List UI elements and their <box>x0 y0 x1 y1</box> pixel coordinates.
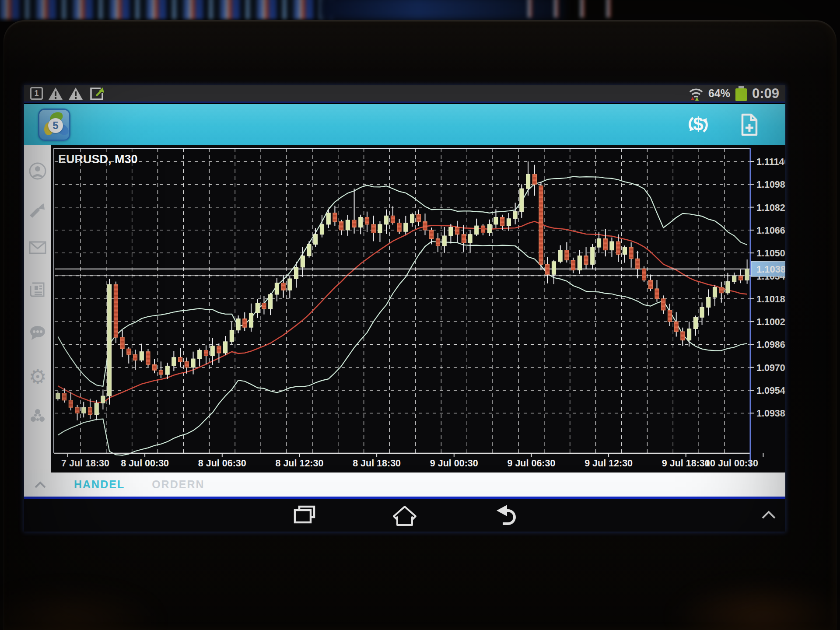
recent-apps-icon <box>291 503 318 528</box>
svg-text:8 Jul 18:30: 8 Jul 18:30 <box>353 458 401 469</box>
sidebar-item-community[interactable] <box>28 406 47 426</box>
svg-text:1.10180: 1.10180 <box>756 294 785 304</box>
background-monitor <box>0 0 840 22</box>
new-order-button[interactable] <box>736 112 762 137</box>
trend-arrow-icon <box>28 201 47 220</box>
candlestick-chart[interactable]: 1.111401.109801.108201.106601.105001.103… <box>51 145 785 472</box>
sidebar-item-quotes[interactable] <box>28 201 47 220</box>
battery-icon <box>735 86 748 102</box>
reflection <box>0 586 161 630</box>
svg-text:1.09380: 1.09380 <box>756 408 785 419</box>
svg-text:10 Jul 00:30: 10 Jul 00:30 <box>705 458 758 469</box>
svg-text:9 Jul 06:30: 9 Jul 06:30 <box>507 458 555 469</box>
new-order-icon <box>737 112 761 137</box>
svg-text:1.10020: 1.10020 <box>756 317 785 327</box>
svg-text:9 Jul 00:30: 9 Jul 00:30 <box>430 458 478 469</box>
main-content: ⚙ 1.111401.109801.1082 <box>24 145 785 472</box>
back-icon <box>492 503 518 528</box>
home-button[interactable] <box>391 503 419 528</box>
newspaper-icon <box>28 280 47 299</box>
tablet-device: SAMSUNG 1 <box>4 20 836 630</box>
svg-text:8 Jul 00:30: 8 Jul 00:30 <box>121 458 169 469</box>
chat-bubble-icon <box>28 323 47 343</box>
svg-text:1.09540: 1.09540 <box>756 385 785 396</box>
tab-handel[interactable]: HANDEL <box>74 478 125 491</box>
svg-text:9 Jul 18:30: 9 Jul 18:30 <box>662 458 710 469</box>
battery-percent: 64% <box>708 87 730 100</box>
svg-text:1.09700: 1.09700 <box>756 363 785 373</box>
chart-area[interactable]: 1.111401.109801.108201.106601.105001.103… <box>51 145 785 472</box>
sidebar-item-settings[interactable]: ⚙ <box>28 367 47 386</box>
gear-icon: ⚙ <box>28 367 46 386</box>
svg-text:7 Jul 18:30: 7 Jul 18:30 <box>61 458 109 469</box>
person-circle-icon <box>28 161 47 181</box>
logo-number: 5 <box>48 118 63 133</box>
photo-background: SAMSUNG 1 <box>0 0 840 630</box>
svg-text:1.10500: 1.10500 <box>756 248 785 259</box>
background-icon-blur <box>516 0 630 18</box>
svg-text:EURUSD, M30: EURUSD, M30 <box>58 153 138 166</box>
reflection <box>670 582 840 630</box>
tablet-screen: 1 <box>24 85 785 532</box>
recent-apps-button[interactable] <box>290 503 318 528</box>
status-bar: 1 <box>24 85 785 103</box>
expand-chevron-icon[interactable] <box>760 509 777 521</box>
sidebar-item-mail[interactable] <box>28 238 47 257</box>
background-taskbar-blur <box>0 0 332 19</box>
svg-text:8 Jul 06:30: 8 Jul 06:30 <box>198 458 246 469</box>
bottom-panel: HANDEL ORDERN <box>24 472 785 499</box>
screenshot-export-icon[interactable] <box>88 86 105 101</box>
svg-text:8 Jul 12:30: 8 Jul 12:30 <box>275 458 323 469</box>
sidebar-item-account[interactable] <box>28 161 47 181</box>
exchange-currency-icon: $ <box>686 112 711 137</box>
svg-text:1.10820: 1.10820 <box>756 203 785 213</box>
sidebar-item-news[interactable] <box>28 280 47 299</box>
warning-icon[interactable] <box>68 87 83 101</box>
sidebar-item-chat[interactable] <box>28 323 47 343</box>
svg-text:1.11140: 1.11140 <box>756 157 785 167</box>
sidebar: ⚙ <box>24 145 51 472</box>
notification-count-icon[interactable]: 1 <box>30 87 43 100</box>
current-price-box: 1.10388 <box>751 262 785 276</box>
exchange-currency-button[interactable]: $ <box>686 112 711 137</box>
svg-text:1.10660: 1.10660 <box>756 225 785 236</box>
tab-ordern[interactable]: ORDERN <box>152 478 204 491</box>
envelope-icon <box>28 238 47 257</box>
metatrader-logo[interactable]: 5 <box>38 108 70 141</box>
clock: 0:09 <box>752 86 779 102</box>
collapse-panel-chevron-icon[interactable] <box>34 480 47 489</box>
wifi-icon <box>688 86 704 101</box>
svg-text:1.09860: 1.09860 <box>756 340 785 350</box>
home-icon <box>392 503 417 528</box>
android-nav-bar <box>24 499 785 532</box>
svg-text:1.10980: 1.10980 <box>756 179 785 190</box>
warning-icon[interactable] <box>48 87 63 101</box>
app-header: 5 $ <box>24 104 785 145</box>
svg-text:$: $ <box>693 114 703 134</box>
svg-text:1.10388: 1.10388 <box>756 264 785 275</box>
back-button[interactable] <box>491 503 519 528</box>
svg-text:9 Jul 12:30: 9 Jul 12:30 <box>584 458 633 469</box>
community-icon <box>28 406 47 426</box>
